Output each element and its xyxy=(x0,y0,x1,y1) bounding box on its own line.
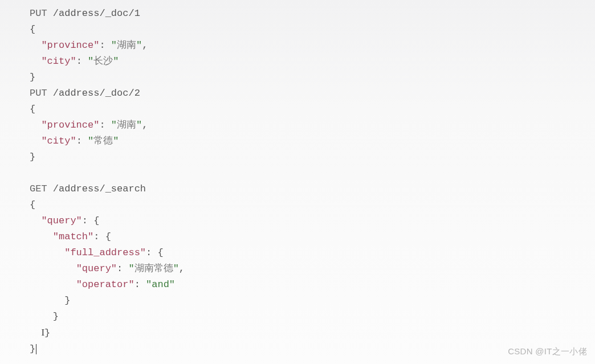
code-line: GET /address/_search xyxy=(30,181,595,197)
code-line: "city": "长沙" xyxy=(30,54,595,69)
code-line: "city": "常德" xyxy=(30,133,595,149)
code-block: PUT /address/_doc/1 { "province": "湖南", … xyxy=(0,0,595,357)
code-line: } xyxy=(30,293,595,309)
url-path: /address/_doc/1 xyxy=(47,8,140,19)
watermark-text: CSDN @IT之一小佬 xyxy=(508,343,587,359)
code-line xyxy=(30,165,595,181)
code-line: PUT /address/_doc/1 xyxy=(30,6,595,22)
code-line: } xyxy=(30,69,595,85)
code-line: "province": "湖南", xyxy=(30,117,595,133)
code-line: "query": "湖南常德", xyxy=(30,261,595,277)
json-value: 湖南 xyxy=(117,120,136,130)
json-key: "province" xyxy=(41,120,99,130)
code-line: "match": { xyxy=(30,229,595,245)
url-path: /address/_search xyxy=(47,183,146,194)
http-method: PUT xyxy=(30,8,47,19)
json-key: "province" xyxy=(41,40,99,51)
json-key: "query" xyxy=(41,215,81,226)
code-line: "query": { xyxy=(30,213,595,229)
json-value: 湖南常德 xyxy=(135,263,173,274)
code-line: PUT /address/_doc/2 xyxy=(30,85,595,101)
code-line: "operator": "and" xyxy=(30,277,595,293)
code-line: "province": "湖南", xyxy=(30,38,595,54)
code-line: { xyxy=(30,22,595,38)
json-key: "city" xyxy=(41,136,76,146)
json-value: 湖南 xyxy=(117,40,136,51)
code-line: { xyxy=(30,197,595,213)
code-line: } xyxy=(30,149,595,165)
json-value: 长沙 xyxy=(93,56,113,67)
json-key: "operator" xyxy=(76,279,135,290)
code-line: "full_address": { xyxy=(30,245,595,261)
code-line: { xyxy=(30,101,595,117)
json-key: "city" xyxy=(41,56,76,67)
http-method: PUT xyxy=(30,88,47,99)
json-value: 常德 xyxy=(93,136,113,146)
json-key: "match" xyxy=(53,231,93,242)
json-value: "and" xyxy=(146,279,175,290)
caret-icon xyxy=(36,344,36,354)
url-path: /address/_doc/2 xyxy=(47,88,140,99)
code-line: I} xyxy=(30,325,595,341)
json-key: "full_address" xyxy=(64,247,146,258)
http-method: GET xyxy=(30,183,47,194)
json-key: "query" xyxy=(76,263,117,274)
code-line: } xyxy=(30,309,595,325)
